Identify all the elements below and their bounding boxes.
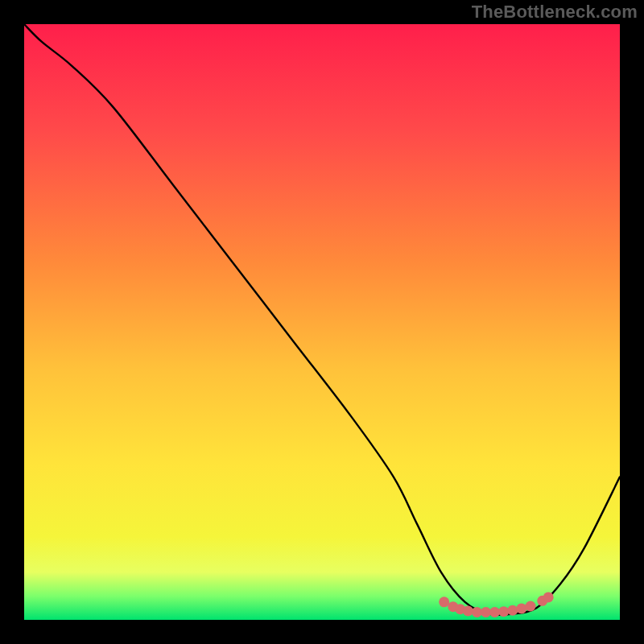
highlight-dot: [463, 605, 473, 616]
highlight-dot: [526, 601, 536, 611]
highlight-dot: [498, 606, 509, 617]
gradient-background: [24, 24, 620, 620]
bottleneck-chart: [24, 24, 620, 620]
highlight-dot: [507, 605, 518, 616]
chart-frame: [24, 24, 620, 620]
highlight-dot: [472, 607, 482, 617]
highlight-dot: [439, 597, 449, 607]
highlight-dot: [481, 607, 491, 617]
highlight-dot: [543, 592, 554, 602]
highlight-dot: [489, 607, 500, 617]
highlight-dot: [516, 603, 526, 613]
watermark-text: TheBottleneck.com: [472, 2, 638, 23]
